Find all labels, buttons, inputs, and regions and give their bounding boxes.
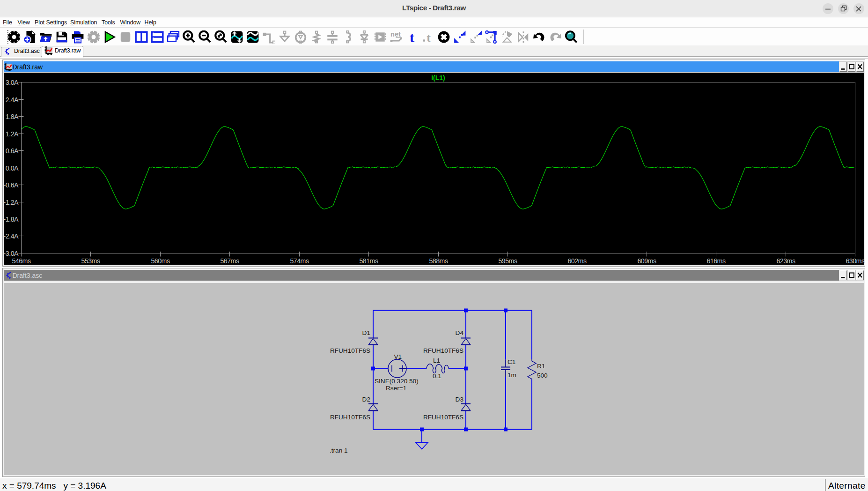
- svg-text:0.0A: 0.0A: [6, 164, 19, 172]
- svg-text:588ms: 588ms: [429, 257, 448, 265]
- svg-text:574ms: 574ms: [290, 257, 309, 265]
- svg-text:-1.2A: -1.2A: [4, 199, 19, 206]
- svg-text:.tran 1: .tran 1: [330, 447, 348, 454]
- svg-text:581ms: 581ms: [359, 257, 378, 265]
- svg-text:RFUH10TF6S: RFUH10TF6S: [423, 347, 463, 354]
- svg-text:553ms: 553ms: [81, 257, 100, 265]
- svg-text:L1: L1: [433, 357, 440, 364]
- svg-text:2.4A: 2.4A: [6, 96, 19, 104]
- svg-text:-2.4A: -2.4A: [4, 232, 19, 240]
- svg-text:609ms: 609ms: [637, 257, 656, 265]
- svg-text:Rser=1: Rser=1: [386, 385, 406, 392]
- svg-text:D3: D3: [456, 396, 463, 403]
- svg-text:-0.6A: -0.6A: [4, 181, 19, 189]
- svg-text:1m: 1m: [508, 372, 516, 379]
- svg-text:595ms: 595ms: [498, 257, 517, 265]
- svg-text:C1: C1: [508, 358, 515, 365]
- svg-text:1.8A: 1.8A: [6, 113, 19, 120]
- svg-text:R1: R1: [537, 363, 545, 370]
- svg-text:SINE(0 320 50): SINE(0 320 50): [375, 378, 419, 385]
- svg-text:623ms: 623ms: [776, 257, 795, 265]
- svg-text:RFUH10TF6S: RFUH10TF6S: [330, 347, 370, 354]
- svg-text:t: t: [427, 31, 431, 44]
- svg-text:V1: V1: [394, 353, 402, 360]
- svg-text:I(L1): I(L1): [431, 74, 445, 82]
- svg-text:D1: D1: [362, 329, 370, 336]
- svg-text:0.6A: 0.6A: [6, 147, 19, 155]
- svg-text:560ms: 560ms: [151, 257, 169, 265]
- svg-text:0.1: 0.1: [433, 372, 441, 379]
- svg-text:616ms: 616ms: [706, 257, 725, 265]
- svg-text:-1.8A: -1.8A: [4, 216, 19, 223]
- svg-text:-3.0A: -3.0A: [4, 250, 19, 257]
- svg-text:500: 500: [537, 372, 548, 379]
- svg-text:t: t: [410, 30, 414, 44]
- svg-text:3.0A: 3.0A: [6, 79, 19, 86]
- svg-text:546ms: 546ms: [12, 257, 30, 265]
- svg-text:602ms: 602ms: [567, 257, 586, 265]
- svg-text:D4: D4: [456, 329, 464, 336]
- svg-text:1.2A: 1.2A: [6, 130, 19, 138]
- svg-text:RFUH10TF6S: RFUH10TF6S: [330, 414, 370, 421]
- svg-text:567ms: 567ms: [220, 257, 239, 265]
- svg-text:630ms: 630ms: [846, 257, 864, 265]
- svg-text:D2: D2: [362, 396, 370, 403]
- svg-text:RFUH10TF6S: RFUH10TF6S: [423, 414, 463, 421]
